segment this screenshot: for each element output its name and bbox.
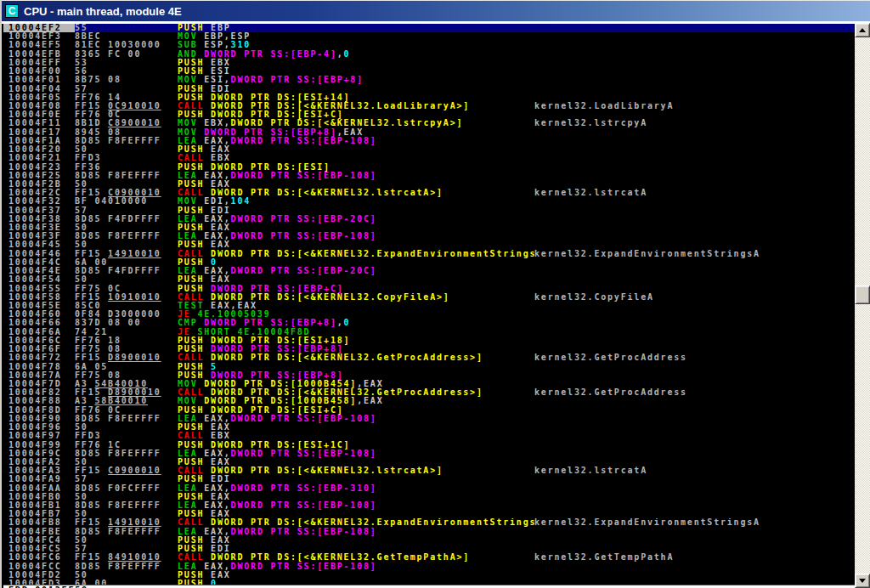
address-cell[interactable]: 10004F45 (3, 240, 75, 249)
address-cell[interactable]: 10004F96 (3, 423, 75, 432)
comment-cell[interactable]: kernel32.lstrcatA (534, 189, 856, 197)
hex-dump-cell[interactable]: 50 (75, 180, 178, 189)
address-cell[interactable]: 10004F20 (3, 145, 75, 154)
hex-dump-cell[interactable]: FF15 14910010 (75, 518, 178, 527)
hex-dump-cell[interactable]: 8D85 F8FEFFFF (75, 528, 178, 536)
disasm-row[interactable]: 10004F258D85 F8FEFFFFLEA EAX,DWORD PTR S… (3, 172, 856, 180)
disasm-row[interactable]: 10004F2050PUSH EAX (3, 145, 856, 154)
hex-dump-cell[interactable]: FF76 0C (75, 406, 178, 415)
hex-dump-cell[interactable]: 50 (75, 571, 178, 580)
disasm-row[interactable]: 10004F0457PUSH EDI (3, 85, 856, 93)
disasm-row[interactable]: 10004F178945 08MOV DWORD PTR SS:[EBP+8],… (3, 128, 856, 137)
address-cell[interactable]: 10004F55 (3, 285, 75, 293)
address-cell[interactable]: 10004F4C (3, 258, 75, 267)
disasm-row[interactable]: 10004FC557PUSH EDI (3, 545, 856, 553)
address-cell[interactable]: 10004F6C (3, 336, 75, 345)
disassembly-cell[interactable]: PUSH EAX (178, 180, 534, 189)
hex-dump-cell[interactable]: FF15 C0900010 (75, 466, 178, 475)
comment-cell[interactable]: kernel32.CopyFileA (534, 293, 856, 302)
disasm-row[interactable]: 10004F7DA3 54B40010MOV DWORD PTR DS:[100… (3, 380, 856, 388)
disassembly-cell[interactable]: LEA EAX,DWORD PTR SS:[EBP-108] (178, 563, 534, 571)
disassembly-cell[interactable]: CALL EBX (178, 432, 534, 440)
hex-dump-cell[interactable]: 8D85 F0FCFFFF (75, 484, 178, 493)
disasm-row[interactable]: 10004F46FF15 14910010CALL DWORD PTR DS:[… (3, 250, 856, 258)
disassembly-cell[interactable]: LEA EAX,DWORD PTR SS:[EBP-108] (178, 501, 534, 510)
disassembly-cell[interactable]: CALL DWORD PTR DS:[<&KERNEL32.CopyFileA>… (178, 293, 534, 302)
comment-cell[interactable] (534, 41, 856, 49)
address-cell[interactable]: 10004F6F (3, 345, 75, 353)
hex-dump-cell[interactable]: 8D85 F8FEFFFF (75, 137, 178, 145)
address-cell[interactable]: 10004F4E (3, 267, 75, 275)
comment-cell[interactable]: kernel32.GetProcAddress (534, 388, 856, 397)
disasm-row[interactable]: 10004F72FF15 D8900010CALL DWORD PTR DS:[… (3, 353, 856, 362)
comment-cell[interactable] (534, 310, 856, 319)
comment-cell[interactable] (534, 458, 856, 466)
disassembly-cell[interactable]: MOV DWORD PTR DS:[1000B454],EAX (178, 380, 534, 388)
disassembly-cell[interactable]: MOV ESI,DWORD PTR SS:[EBP+8] (178, 76, 534, 84)
comment-cell[interactable]: kernel32.GetProcAddress (534, 353, 856, 362)
address-cell[interactable]: 10004F54 (3, 275, 75, 284)
disassembly-cell[interactable]: MOV DWORD PTR DS:[1000B458],EAX (178, 397, 534, 405)
disasm-row[interactable]: 10004FB8FF15 14910010CALL DWORD PTR DS:[… (3, 518, 856, 527)
comment-cell[interactable] (534, 319, 856, 327)
hex-dump-cell[interactable]: FF15 10910010 (75, 293, 178, 302)
hex-dump-cell[interactable]: FF75 08 (75, 371, 178, 380)
comment-cell[interactable] (534, 380, 856, 388)
disasm-row[interactable]: 10004F58FF15 10910010CALL DWORD PTR DS:[… (3, 293, 856, 302)
hex-dump-cell[interactable]: 50 (75, 510, 178, 518)
disasm-row[interactable]: 10004EFF53PUSH EBX (3, 59, 856, 67)
hex-dump-cell[interactable]: 50 (75, 458, 178, 466)
disasm-row[interactable]: 10004FA250PUSH EAX (3, 458, 856, 466)
hex-dump-cell[interactable]: A3 58B40010 (75, 397, 178, 405)
disasm-row[interactable]: 10004F99FF76 1CPUSH DWORD PTR DS:[ESI+1C… (3, 441, 856, 449)
address-cell[interactable]: 10004F08 (3, 102, 75, 110)
disasm-row[interactable]: 10004FAA8D85 F0FCFFFFLEA EAX,DWORD PTR S… (3, 484, 856, 493)
comment-cell[interactable] (534, 415, 856, 423)
disasm-row[interactable]: 10004F2CFF15 C0900010CALL DWORD PTR DS:[… (3, 189, 856, 197)
disassembly-cell[interactable]: LEA EAX,DWORD PTR SS:[EBP-108] (178, 137, 534, 145)
comment-cell[interactable] (534, 240, 856, 249)
address-cell[interactable]: 10004FB1 (3, 501, 75, 510)
address-cell[interactable]: 10004EF2 (3, 24, 75, 32)
hex-dump-cell[interactable]: 8D85 F4FDFFFF (75, 215, 178, 223)
disassembly-cell[interactable]: JE 4E.10005039 (178, 310, 534, 319)
address-cell[interactable]: 10004F2B (3, 180, 75, 189)
hex-dump-cell[interactable]: 50 (75, 423, 178, 432)
hex-dump-cell[interactable]: 837D 08 00 (75, 319, 178, 327)
disasm-row[interactable]: 10004F908D85 F8FEFFFFLEA EAX,DWORD PTR S… (3, 415, 856, 423)
comment-cell[interactable] (534, 197, 856, 206)
comment-cell[interactable]: kernel32.ExpandEnvironmentStringsA (534, 250, 856, 258)
disassembly-cell[interactable]: PUSH EAX (178, 223, 534, 232)
address-cell[interactable]: 10004FBE (3, 528, 75, 536)
comment-cell[interactable] (534, 510, 856, 518)
address-cell[interactable]: 10004F90 (3, 415, 75, 423)
disasm-row[interactable]: 10004F600F84 D3000000JE 4E.10005039 (3, 310, 856, 319)
disassembly-cell[interactable]: PUSH DWORD PTR DS:[ESI+18] (178, 336, 534, 345)
disassembly-cell[interactable]: MOV EDI,104 (178, 197, 534, 206)
disassembly-cell[interactable]: CALL DWORD PTR DS:[<&KERNEL32.ExpandEnvi… (178, 250, 534, 258)
comment-cell[interactable] (534, 493, 856, 501)
disasm-row[interactable]: 10004F6A74 21JE SHORT 4E.10004F8D (3, 328, 856, 336)
comment-cell[interactable] (534, 475, 856, 483)
disasm-row[interactable]: 10004F3757PUSH EDI (3, 206, 856, 215)
disasm-row[interactable]: 10004F97FFD3CALL EBX (3, 432, 856, 440)
hex-dump-cell[interactable]: FF75 08 (75, 345, 178, 353)
hex-dump-cell[interactable]: 8D85 F8FEFFFF (75, 415, 178, 423)
comment-cell[interactable] (534, 484, 856, 493)
disasm-row[interactable]: 10004F4E8D85 F4FDFFFFLEA EAX,DWORD PTR S… (3, 267, 856, 275)
address-cell[interactable]: 10004F17 (3, 128, 75, 137)
address-cell[interactable]: 10004FD2 (3, 571, 75, 580)
disassembly-cell[interactable]: PUSH DWORD PTR SS:[EBP+8] (178, 345, 534, 353)
disassembly-cell[interactable]: PUSH DWORD PTR DS:[ESI+14] (178, 93, 534, 102)
disassembly-cell[interactable]: PUSH EAX (178, 536, 534, 545)
disassembly-cell[interactable]: LEA EAX,DWORD PTR SS:[EBP-20C] (178, 267, 534, 275)
hex-dump-cell[interactable]: FF75 0C (75, 285, 178, 293)
hex-dump-cell[interactable]: 57 (75, 545, 178, 553)
address-cell[interactable]: 10004FA2 (3, 458, 75, 466)
comment-cell[interactable] (534, 232, 856, 240)
disasm-row[interactable]: 10004F5E85C0TEST EAX,EAX (3, 302, 856, 310)
comment-cell[interactable] (534, 449, 856, 458)
address-cell[interactable]: 10004F11 (3, 119, 75, 127)
disassembly-cell[interactable]: CALL DWORD PTR DS:[<&KERNEL32.GetProcAdd… (178, 388, 534, 397)
disassembly-cell[interactable]: PUSH EBP (178, 24, 534, 32)
